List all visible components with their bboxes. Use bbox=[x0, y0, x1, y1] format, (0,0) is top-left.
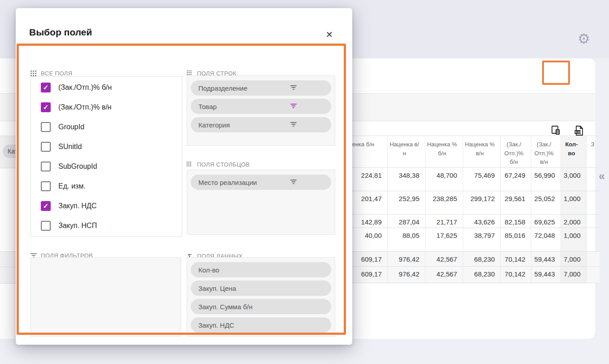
columns-icon bbox=[187, 162, 193, 168]
pivot-cell: 56,990 bbox=[531, 168, 561, 191]
checkbox-unchecked-icon[interactable] bbox=[41, 181, 51, 191]
pivot-cell: 75,469 bbox=[463, 168, 500, 191]
pivot-column-header[interactable]: Кол-во bbox=[561, 136, 586, 168]
filter-icon[interactable] bbox=[262, 180, 325, 185]
pivot-column-header[interactable]: З bbox=[586, 136, 600, 168]
field-chip-label: Категория bbox=[198, 121, 262, 129]
pivot-cell: 2,000 bbox=[561, 215, 586, 228]
field-checkbox-label: SubGroupId bbox=[58, 162, 97, 171]
pivot-cell bbox=[586, 252, 600, 267]
field-checkbox-item[interactable]: Ед. изм. bbox=[31, 176, 182, 196]
pivot-cell: 17,625 bbox=[425, 228, 463, 252]
grid-icon bbox=[31, 70, 37, 77]
pivot-cell: 48,700 bbox=[425, 168, 463, 191]
data-fields-dropzone[interactable]: Кол-воЗакуп. ЦенаЗакуп. Сумма б/нЗакуп. … bbox=[187, 257, 335, 337]
pivot-cell: 42,567 bbox=[425, 252, 463, 267]
close-icon[interactable]: ✕ bbox=[323, 28, 336, 41]
field-chip-label: Кол-во bbox=[198, 266, 325, 274]
checkbox-unchecked-icon[interactable] bbox=[41, 162, 51, 171]
checkbox-checked-icon[interactable]: ✓ bbox=[41, 83, 51, 92]
pivot-cell bbox=[586, 191, 600, 215]
all-fields-list: ✓(Зак./Отп.)% б/н✓(Зак./Отп.)% в/нGroupI… bbox=[31, 76, 182, 237]
checkbox-unchecked-icon[interactable] bbox=[41, 142, 51, 152]
pivot-column-header[interactable]: (Зак./Отп.)% б/н bbox=[500, 136, 531, 168]
pivot-cell: 70,142 bbox=[500, 267, 531, 283]
field-chip[interactable]: Товар bbox=[191, 99, 331, 114]
field-checkbox-item[interactable]: GroupId bbox=[31, 117, 182, 137]
field-chip[interactable]: Закуп. НДС bbox=[191, 317, 331, 333]
filter-active-icon[interactable] bbox=[262, 104, 325, 109]
pivot-column-header[interactable]: Наценка % б/н bbox=[425, 136, 463, 168]
field-chooser-dialog: Выбор полей ✕ ВСЕ ПОЛЯ ✓(Зак./Отп.)% б/н… bbox=[16, 8, 352, 345]
checkbox-unchecked-icon[interactable] bbox=[41, 122, 51, 132]
pivot-cell: 287,04 bbox=[387, 215, 425, 228]
pivot-cell: 21,717 bbox=[425, 215, 463, 228]
filter-fields-dropzone[interactable] bbox=[31, 257, 181, 337]
collapse-panel-icon[interactable]: « bbox=[595, 170, 609, 183]
field-chip[interactable]: Закуп. Цена bbox=[191, 281, 331, 296]
pivot-cell: 43,626 bbox=[463, 215, 500, 228]
field-checkbox-label: (Зак./Отп.)% б/н bbox=[58, 83, 112, 92]
pivot-cell: 59,443 bbox=[531, 267, 561, 283]
pivot-cell: 299,172 bbox=[463, 191, 500, 215]
column-fields-label: ПОЛЯ СТОЛБЦОВ bbox=[187, 161, 250, 168]
field-chip[interactable]: Подразделение bbox=[191, 80, 331, 96]
field-chip-label: Закуп. Сумма б/н bbox=[198, 303, 325, 311]
field-checkbox-item[interactable]: SUnitId bbox=[31, 137, 182, 157]
dialog-title: Выбор полей bbox=[29, 27, 92, 38]
gear-icon[interactable]: ⚙ bbox=[576, 31, 591, 47]
export-xlsx-icon[interactable]: XLSX bbox=[573, 125, 585, 136]
checkbox-checked-icon[interactable]: ✓ bbox=[41, 102, 51, 112]
pivot-cell: 85,016 bbox=[500, 228, 531, 252]
filter-icon[interactable] bbox=[262, 122, 325, 127]
field-chip-label: Подразделение bbox=[198, 84, 262, 92]
pivot-cell: 976,42 bbox=[387, 267, 425, 283]
pivot-cell bbox=[586, 267, 600, 283]
field-checkbox-item[interactable]: Закуп. НСП bbox=[31, 216, 182, 236]
checkbox-checked-icon[interactable]: ✓ bbox=[41, 201, 51, 211]
field-checkbox-item[interactable]: ✓(Зак./Отп.)% в/н bbox=[31, 97, 182, 117]
dialog-header-divider bbox=[16, 42, 352, 43]
row-fields-dropzone[interactable]: ПодразделениеТоварКатегория bbox=[187, 75, 335, 146]
field-chip[interactable]: Кол-во bbox=[191, 262, 331, 277]
pivot-cell: 70,142 bbox=[500, 252, 531, 267]
field-checkbox-label: (Зак./Отп.)% в/н bbox=[58, 103, 111, 111]
field-checkbox-item[interactable]: ✓Закуп. НДС bbox=[31, 196, 182, 216]
all-fields-label: ВСЕ ПОЛЯ bbox=[31, 70, 72, 77]
field-checkbox-item[interactable]: SubGroupId bbox=[31, 157, 182, 176]
pivot-cell: 252,95 bbox=[387, 191, 425, 215]
pivot-cell: 69,625 bbox=[531, 215, 561, 228]
field-checkbox-label: SUnitId bbox=[58, 143, 82, 151]
pivot-cell: 38,797 bbox=[463, 228, 500, 252]
pivot-cell: 59,443 bbox=[531, 252, 561, 267]
field-checkbox-label: Закуп. НСП bbox=[58, 222, 97, 230]
pivot-cell: 29,561 bbox=[500, 191, 531, 215]
field-chip[interactable]: Закуп. Сумма б/н bbox=[191, 299, 331, 314]
svg-text:XLSX: XLSX bbox=[574, 131, 581, 133]
field-checkbox-label: Ед. изм. bbox=[58, 182, 86, 190]
pivot-column-header[interactable]: (Зак./Отп.)% в/н bbox=[531, 136, 561, 168]
pivot-cell: 68,230 bbox=[463, 252, 500, 267]
pivot-cell: 72,048 bbox=[531, 228, 561, 252]
field-chip-label: Закуп. Цена bbox=[198, 285, 325, 292]
pivot-cell: 976,42 bbox=[387, 252, 425, 267]
field-chip-label: Место реализации bbox=[198, 179, 262, 186]
pivot-cell: 88,05 bbox=[387, 228, 425, 252]
field-chip[interactable]: Место реализации bbox=[191, 175, 331, 190]
checkbox-unchecked-icon[interactable] bbox=[41, 221, 51, 231]
pivot-cell: 7,000 bbox=[561, 252, 586, 267]
field-chooser-icon[interactable] bbox=[550, 125, 562, 136]
pivot-cell: 82,158 bbox=[500, 215, 531, 228]
pivot-cell bbox=[586, 215, 600, 228]
pivot-column-header[interactable]: Наценка в/н bbox=[387, 136, 425, 168]
pivot-column-header[interactable]: Наценка % в/н bbox=[463, 136, 500, 168]
pivot-cell: 68,230 bbox=[463, 267, 500, 283]
column-fields-dropzone[interactable]: Место реализации bbox=[187, 170, 335, 235]
field-chip-label: Товар bbox=[198, 103, 262, 110]
field-checkbox-label: Закуп. НДС bbox=[58, 202, 96, 210]
field-checkbox-item[interactable]: ✓(Зак./Отп.)% б/н bbox=[31, 78, 182, 97]
field-chip[interactable]: Категория bbox=[191, 117, 331, 132]
pivot-cell bbox=[586, 228, 600, 252]
filter-icon[interactable] bbox=[262, 85, 325, 91]
pivot-cell: 1,000 bbox=[561, 191, 586, 215]
